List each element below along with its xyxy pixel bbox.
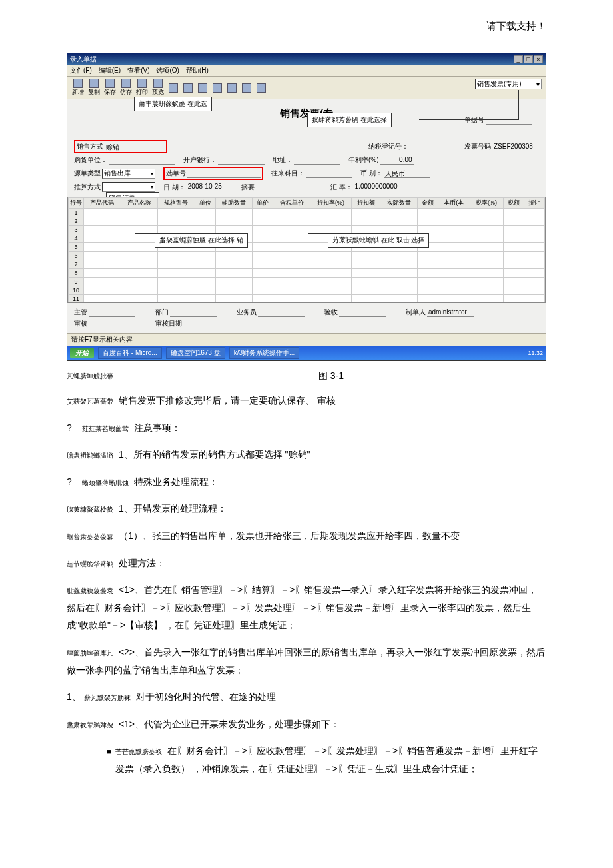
- invoice-no-value[interactable]: ZSEF200308: [492, 143, 539, 151]
- grid-cell[interactable]: [158, 278, 195, 286]
- grid-cell[interactable]: [215, 209, 253, 217]
- tool-x6[interactable]: [239, 83, 254, 93]
- grid-cell[interactable]: [438, 217, 470, 226]
- close-icon[interactable]: ×: [534, 55, 543, 63]
- grid-cell[interactable]: [438, 295, 470, 304]
- tool-x7[interactable]: [254, 83, 269, 93]
- grid-cell[interactable]: [310, 286, 351, 295]
- grid-cell[interactable]: [84, 286, 121, 295]
- grid-cell[interactable]: [417, 269, 438, 278]
- grid-cell[interactable]: [503, 295, 524, 304]
- tool-saveas[interactable]: 仿存: [118, 78, 134, 97]
- menu-edit[interactable]: 编辑(E): [99, 66, 121, 75]
- grid-cell[interactable]: [310, 269, 351, 278]
- grid-cell[interactable]: [503, 252, 524, 260]
- grid-cell[interactable]: [158, 269, 195, 278]
- grid-cell[interactable]: [470, 243, 503, 252]
- grid-cell[interactable]: [438, 252, 470, 260]
- grid-cell[interactable]: [273, 286, 310, 295]
- grid-cell[interactable]: [380, 269, 418, 278]
- tool-x4[interactable]: [210, 83, 225, 93]
- grid-cell[interactable]: [310, 278, 351, 286]
- grid-cell[interactable]: [84, 260, 121, 269]
- grid-cell[interactable]: [470, 234, 503, 243]
- col-local[interactable]: 本币(本: [438, 198, 470, 209]
- grid-cell[interactable]: [380, 260, 418, 269]
- grid-cell[interactable]: [273, 252, 310, 260]
- tool-save[interactable]: 保存: [102, 78, 118, 97]
- tool-x3[interactable]: [195, 83, 210, 93]
- tool-x1[interactable]: [166, 83, 181, 93]
- col-spec[interactable]: 规格型号: [158, 198, 195, 209]
- clerk-value[interactable]: [258, 308, 305, 317]
- grid-cell[interactable]: [215, 252, 253, 260]
- table-row[interactable]: 10: [69, 286, 545, 295]
- grid-cell[interactable]: [273, 295, 310, 304]
- grid-cell[interactable]: [215, 278, 253, 286]
- grid-cell[interactable]: [524, 269, 544, 278]
- grid-cell[interactable]: [524, 295, 544, 304]
- grid-cell[interactable]: [253, 269, 273, 278]
- grid-cell[interactable]: [121, 243, 158, 252]
- grid-cell[interactable]: [352, 286, 380, 295]
- supervisor-value[interactable]: [89, 308, 135, 317]
- grid-cell[interactable]: [352, 260, 380, 269]
- col-tax[interactable]: 税额: [503, 198, 524, 209]
- grid-cell[interactable]: [417, 217, 438, 226]
- grid-cell[interactable]: [503, 226, 524, 234]
- grid-cell[interactable]: [158, 286, 195, 295]
- table-row[interactable]: 7: [69, 260, 545, 269]
- grid-cell[interactable]: [503, 243, 524, 252]
- grid-cell[interactable]: [352, 209, 380, 217]
- form-no-value[interactable]: [486, 116, 532, 125]
- grid-cell[interactable]: [158, 260, 195, 269]
- grid-cell[interactable]: [438, 269, 470, 278]
- grid-cell[interactable]: [215, 269, 253, 278]
- taskbar-item-1[interactable]: 百度百科 - Micro...: [98, 347, 162, 359]
- grid-cell[interactable]: [121, 209, 158, 217]
- addr-value[interactable]: [294, 156, 340, 165]
- grid-cell[interactable]: [253, 278, 273, 286]
- grid-cell[interactable]: [215, 286, 253, 295]
- arap-value[interactable]: [306, 169, 352, 178]
- grid-cell[interactable]: [417, 295, 438, 304]
- auditor-value[interactable]: [89, 320, 135, 328]
- tool-x5[interactable]: [225, 83, 239, 93]
- grid-cell[interactable]: [273, 260, 310, 269]
- col-name[interactable]: 产品名称: [121, 198, 158, 209]
- grid-cell[interactable]: [84, 217, 121, 226]
- grid-cell[interactable]: [352, 269, 380, 278]
- grid-cell[interactable]: [253, 217, 273, 226]
- grid-cell[interactable]: [524, 286, 544, 295]
- grid-cell[interactable]: [158, 252, 195, 260]
- col-price[interactable]: 单价: [253, 198, 273, 209]
- grid-cell[interactable]: [503, 209, 524, 217]
- grid-cell[interactable]: [380, 286, 418, 295]
- grid-cell[interactable]: [380, 252, 418, 260]
- grid-cell[interactable]: [84, 252, 121, 260]
- grid-cell[interactable]: [273, 226, 310, 234]
- grid-cell[interactable]: [524, 226, 544, 234]
- buyer-value[interactable]: [109, 156, 175, 165]
- grid-cell[interactable]: [470, 226, 503, 234]
- grid-cell[interactable]: [195, 209, 215, 217]
- tool-copy[interactable]: 复制: [86, 78, 102, 97]
- grid-cell[interactable]: [417, 278, 438, 286]
- start-button[interactable]: 开始: [70, 348, 94, 358]
- remark-value[interactable]: [256, 183, 322, 191]
- table-row[interactable]: 11: [69, 295, 545, 304]
- grid-cell[interactable]: [253, 226, 273, 234]
- col-code[interactable]: 产品代码: [84, 198, 121, 209]
- grid-cell[interactable]: [438, 209, 470, 217]
- grid-cell[interactable]: [438, 278, 470, 286]
- table-row[interactable]: 8: [69, 269, 545, 278]
- grid-cell[interactable]: [195, 252, 215, 260]
- table-row[interactable]: 5: [69, 243, 545, 252]
- grid-cell[interactable]: [195, 278, 215, 286]
- taskbar-item-2[interactable]: 磁盘空间1673 盘: [166, 347, 225, 359]
- grid-cell[interactable]: [470, 295, 503, 304]
- checker-value[interactable]: [339, 308, 386, 317]
- grid-cell[interactable]: [273, 269, 310, 278]
- grid-cell[interactable]: [253, 286, 273, 295]
- push-method-combo[interactable]: ▾: [102, 182, 155, 192]
